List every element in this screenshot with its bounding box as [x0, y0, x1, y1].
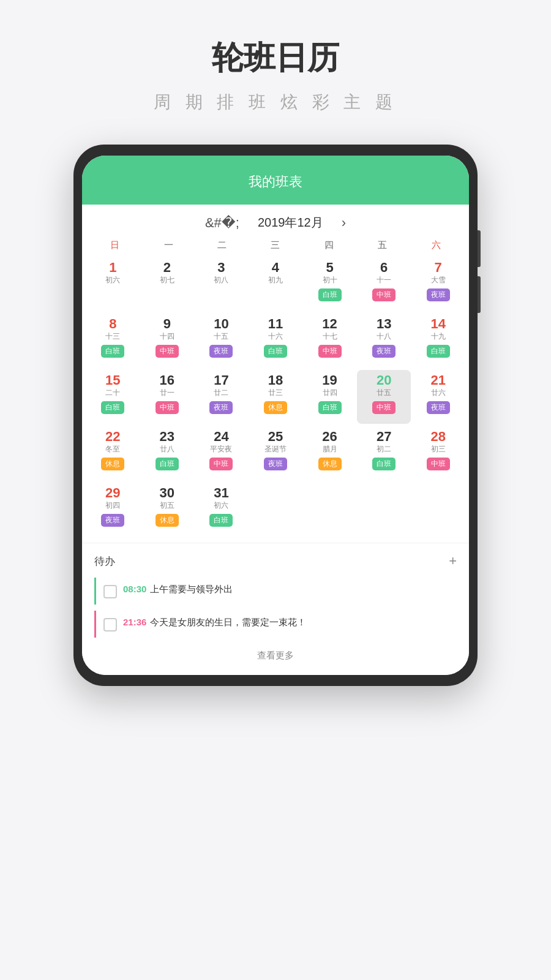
- cell-date: 13: [377, 316, 391, 332]
- weekday-headers: 日一二三四五六: [82, 237, 469, 257]
- calendar-cell-4[interactable]: 4初九: [249, 257, 303, 311]
- cell-date: 9: [163, 316, 171, 332]
- cell-date: 24: [214, 429, 228, 445]
- calendar-cell-25[interactable]: 25圣诞节夜班: [249, 426, 303, 480]
- todo-time-1: 21:36: [123, 617, 146, 627]
- cell-badge: 白班: [372, 458, 395, 470]
- calendar-cell-7[interactable]: 7大雪夜班: [411, 257, 465, 311]
- app-header: 我的班表: [82, 156, 469, 205]
- cell-badge: 夜班: [264, 458, 287, 470]
- cell-lunar: 初八: [214, 276, 228, 285]
- page-subtitle: 周 期 排 班 炫 彩 主 题: [154, 91, 397, 114]
- calendar-cell-13[interactable]: 13十八夜班: [357, 314, 411, 368]
- cell-badge: 白班: [156, 458, 179, 470]
- calendar-cell-22[interactable]: 22冬至休息: [86, 426, 140, 480]
- cell-lunar: 廿六: [431, 388, 446, 398]
- cell-lunar: 十九: [431, 332, 446, 342]
- cell-date: 20: [377, 372, 391, 388]
- weekday-二: 二: [195, 237, 249, 254]
- calendar-cell-28[interactable]: 28初三中班: [411, 426, 465, 480]
- cell-date: 31: [214, 485, 228, 501]
- todo-text-0: 上午需要与领导外出: [150, 584, 233, 594]
- month-nav: &#�; 2019年12月 ›: [82, 205, 469, 237]
- calendar-cell-10[interactable]: 10十五夜班: [194, 314, 249, 368]
- cell-lunar: 十七: [323, 332, 337, 342]
- todo-item-1[interactable]: 21:36今天是女朋友的生日，需要定一束花！: [94, 611, 457, 638]
- todo-checkbox-0[interactable]: [103, 585, 117, 598]
- cell-date: 18: [268, 372, 283, 388]
- cell-badge: 白班: [427, 345, 450, 358]
- todo-content-0: 08:30上午需要与领导外出: [123, 584, 457, 595]
- calendar-cell-8[interactable]: 8十三白班: [86, 314, 140, 368]
- cell-badge: 夜班: [101, 514, 124, 527]
- cell-badge: 中班: [427, 458, 450, 470]
- weekday-四: 四: [302, 237, 356, 254]
- todo-checkbox-1[interactable]: [103, 618, 117, 631]
- todo-section: 待办 + 08:30上午需要与领导外出21:36今天是女朋友的生日，需要定一束花…: [82, 543, 469, 675]
- calendar-cell-20[interactable]: 20廿五中班: [357, 370, 411, 424]
- calendar-cell-17[interactable]: 17廿二夜班: [194, 370, 249, 424]
- cell-lunar: 十六: [268, 332, 283, 342]
- calendar-cell-18[interactable]: 18廿三休息: [249, 370, 303, 424]
- cell-badge: 白班: [318, 288, 342, 301]
- cell-date: 17: [214, 372, 228, 388]
- calendar-cell-23[interactable]: 23廿八白班: [140, 426, 195, 480]
- cell-badge: 中班: [209, 458, 233, 470]
- weekday-三: 三: [249, 237, 302, 254]
- calendar-cell-11[interactable]: 11十六白班: [249, 314, 303, 368]
- todo-more-link[interactable]: 查看更多: [94, 644, 457, 665]
- calendar-cell-30[interactable]: 30初五休息: [140, 483, 195, 537]
- cell-lunar: 腊月: [323, 445, 337, 454]
- calendar-cell-9[interactable]: 9十四中班: [140, 314, 195, 368]
- prev-month-button[interactable]: &#�;: [205, 215, 239, 231]
- empty-cell: [302, 483, 357, 537]
- calendar-cell-3[interactable]: 3初八: [194, 257, 249, 311]
- cell-lunar: 初十: [323, 276, 337, 285]
- cell-lunar: 二十: [105, 388, 120, 398]
- calendar-cell-27[interactable]: 27初二白班: [357, 426, 411, 480]
- cell-badge: 中班: [318, 345, 342, 358]
- calendar-cell-26[interactable]: 26腊月休息: [302, 426, 357, 480]
- cell-date: 4: [272, 260, 279, 276]
- page-title: 轮班日历: [212, 37, 339, 80]
- cell-date: 25: [268, 429, 283, 445]
- cell-badge: 白班: [101, 401, 124, 414]
- todo-text-1: 今天是女朋友的生日，需要定一束花！: [150, 617, 306, 627]
- calendar-cell-16[interactable]: 16廿一中班: [140, 370, 195, 424]
- empty-cell: [249, 483, 303, 537]
- calendar-cell-31[interactable]: 31初六白班: [194, 483, 249, 537]
- todo-add-button[interactable]: +: [449, 553, 457, 569]
- app-header-title: 我的班表: [94, 173, 457, 191]
- calendar-cell-12[interactable]: 12十七中班: [302, 314, 357, 368]
- calendar-cell-21[interactable]: 21廿六夜班: [411, 370, 465, 424]
- cell-date: 1: [109, 260, 116, 276]
- todo-item-0[interactable]: 08:30上午需要与领导外出: [94, 578, 457, 605]
- calendar-cell-14[interactable]: 14十九白班: [411, 314, 465, 368]
- cell-lunar: 圣诞节: [264, 445, 287, 454]
- cell-lunar: 廿四: [323, 388, 337, 398]
- cell-date: 22: [105, 429, 120, 445]
- calendar-cell-6[interactable]: 6十一中班: [357, 257, 411, 311]
- todo-items: 08:30上午需要与领导外出21:36今天是女朋友的生日，需要定一束花！: [94, 578, 457, 638]
- calendar-cell-29[interactable]: 29初四夜班: [86, 483, 140, 537]
- calendar-cell-19[interactable]: 19廿四白班: [302, 370, 357, 424]
- calendar-cell-5[interactable]: 5初十白班: [302, 257, 357, 311]
- empty-cell: [357, 483, 411, 537]
- cell-lunar: 大雪: [431, 276, 446, 285]
- todo-title: 待办: [94, 554, 115, 568]
- next-month-button[interactable]: ›: [342, 215, 346, 231]
- todo-time-0: 08:30: [123, 584, 146, 594]
- cell-lunar: 十一: [377, 276, 391, 285]
- cell-badge: 夜班: [209, 401, 233, 414]
- calendar-cell-1[interactable]: 1初六: [86, 257, 140, 311]
- cell-date: 15: [105, 372, 120, 388]
- calendar-cell-2[interactable]: 2初七: [140, 257, 195, 311]
- calendar-cell-15[interactable]: 15二十白班: [86, 370, 140, 424]
- cell-date: 21: [430, 372, 445, 388]
- cell-badge: 休息: [156, 514, 179, 527]
- cell-lunar: 十八: [377, 332, 391, 342]
- calendar-cell-24[interactable]: 24平安夜中班: [194, 426, 249, 480]
- month-label: 2019年12月: [258, 214, 323, 231]
- cell-lunar: 廿二: [214, 388, 228, 398]
- cell-badge: 休息: [264, 401, 287, 414]
